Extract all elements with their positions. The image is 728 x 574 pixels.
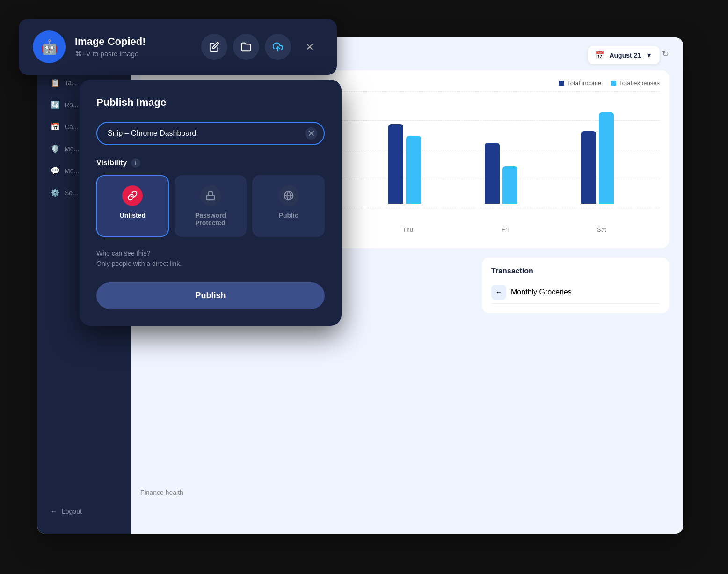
settings-icon: ⚙️ xyxy=(51,188,60,197)
close-button[interactable] xyxy=(297,34,323,60)
publish-modal: Publish Image ✕ Visibility i Unlisted xyxy=(80,80,342,326)
calendar-icon: 📅 xyxy=(51,122,60,131)
transaction-title: Transaction xyxy=(491,267,660,275)
date-label: August 21 xyxy=(609,52,641,59)
public-label: Public xyxy=(279,212,298,219)
edit-icon xyxy=(209,42,219,52)
members-icon: 🛡️ xyxy=(51,144,60,153)
label-thu: Thu xyxy=(403,226,413,233)
sidebar-item-label: Me... xyxy=(65,167,79,175)
visibility-password[interactable]: PasswordProtected xyxy=(175,175,247,237)
bar-expense-sat xyxy=(599,112,614,204)
sidebar-item-label: Ta... xyxy=(65,79,77,87)
visibility-label: Visibility i xyxy=(96,158,325,168)
image-name-input[interactable] xyxy=(96,122,325,145)
legend-expenses: Total expenses xyxy=(611,80,660,87)
input-clear-button[interactable]: ✕ xyxy=(305,127,317,140)
chevron-down-icon: ▼ xyxy=(646,52,652,59)
logout-icon: ← xyxy=(51,508,57,515)
visibility-description: Who can see this? Only people with a dir… xyxy=(96,248,325,269)
sidebar-item-label: Ro... xyxy=(65,101,79,109)
notification-bar: 🤖 Image Copied! ⌘+V to paste image xyxy=(19,19,337,75)
visibility-section: Visibility i Unlisted xyxy=(96,158,325,237)
tasks-icon: 📋 xyxy=(51,78,60,87)
public-icon xyxy=(278,185,299,206)
image-name-wrapper: ✕ xyxy=(96,122,325,145)
visibility-unlisted[interactable]: Unlisted xyxy=(96,175,169,237)
bar-income-thu xyxy=(388,124,403,204)
app-logo: 🤖 xyxy=(33,30,66,63)
logo-emoji: 🤖 xyxy=(41,39,58,55)
logout-button[interactable]: ← Logout xyxy=(45,503,124,520)
transaction-item-label: Monthly Groceries xyxy=(511,288,572,296)
bar-income-sat xyxy=(581,131,596,204)
sidebar-item-label: Se... xyxy=(65,189,78,197)
notification-actions xyxy=(201,34,323,60)
messages-icon: 💬 xyxy=(51,166,60,175)
svg-rect-3 xyxy=(207,195,215,200)
legend-income: Total income xyxy=(559,80,601,87)
date-picker[interactable]: 📅 August 21 ▼ xyxy=(588,46,660,64)
edit-button[interactable] xyxy=(201,34,227,60)
upload-button[interactable] xyxy=(265,34,291,60)
calendar-date-icon: 📅 xyxy=(595,51,604,59)
upload-icon xyxy=(273,42,283,52)
transaction-item-groceries: ← Monthly Groceries xyxy=(491,281,660,304)
sidebar-item-label: Me... xyxy=(65,145,79,153)
folder-button[interactable] xyxy=(233,34,259,60)
bar-income-fri xyxy=(485,143,500,204)
bar-group-fri xyxy=(485,143,517,204)
transaction-icon: ← xyxy=(491,285,506,300)
legend-income-dot xyxy=(559,81,564,86)
notification-subtitle: ⌘+V to paste image xyxy=(75,50,192,58)
password-label: PasswordProtected xyxy=(195,212,226,227)
bar-group-sat xyxy=(581,112,614,204)
visibility-public[interactable]: Public xyxy=(252,175,325,237)
close-icon xyxy=(305,42,314,52)
bar-group-thu xyxy=(388,124,421,204)
modal-title: Publish Image xyxy=(96,96,325,109)
publish-button[interactable]: Publish xyxy=(96,282,325,309)
unlisted-label: Unlisted xyxy=(120,212,146,219)
sidebar-item-label: Ca... xyxy=(65,123,79,131)
bar-expense-fri xyxy=(502,166,517,204)
legend-expenses-label: Total expenses xyxy=(619,80,660,87)
visibility-desc-line1: Who can see this? xyxy=(96,248,325,258)
legend-income-label: Total income xyxy=(567,80,601,87)
label-sat: Sat xyxy=(597,226,606,233)
notification-text: Image Copied! ⌘+V to paste image xyxy=(75,36,192,58)
notification-title: Image Copied! xyxy=(75,36,192,48)
finance-health-label: Finance health xyxy=(140,489,183,496)
logout-label: Logout xyxy=(62,508,82,515)
bar-expense-thu xyxy=(406,136,421,204)
password-icon xyxy=(200,185,221,206)
unlisted-icon xyxy=(122,185,143,206)
label-fri: Fri xyxy=(502,226,509,233)
visibility-options: Unlisted PasswordProtected xyxy=(96,175,325,237)
routes-icon: 🔄 xyxy=(51,100,60,109)
info-icon[interactable]: i xyxy=(131,158,140,168)
visibility-desc-line2: Only people with a direct link. xyxy=(96,258,325,269)
folder-icon xyxy=(241,42,251,52)
refresh-button[interactable]: ↻ xyxy=(662,49,669,59)
legend-expenses-dot xyxy=(611,81,616,86)
transaction-section: Transaction ← Monthly Groceries xyxy=(482,258,669,313)
